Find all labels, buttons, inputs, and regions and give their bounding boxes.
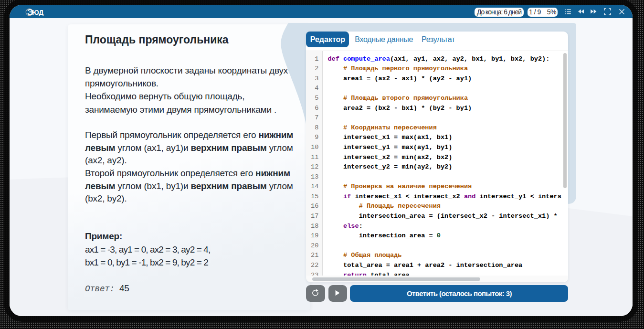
svg-text:ЮД: ЮД [32,9,43,16]
